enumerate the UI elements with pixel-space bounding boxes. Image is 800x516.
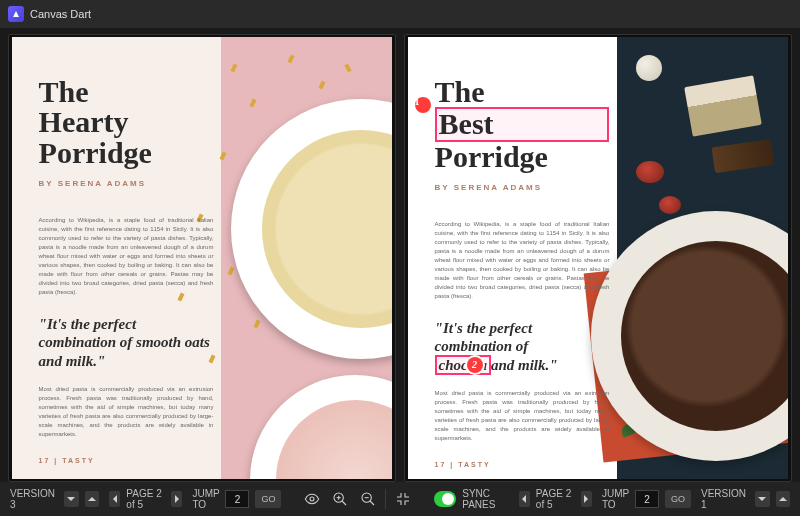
pull-quote: "It's the perfect combination of 2chocol… [435,319,610,375]
sync-panes: SYNC PANES [434,488,508,510]
title-line: Porridge [435,142,610,173]
eye-icon[interactable] [301,488,323,510]
version-label: VERSION 3 [10,488,58,510]
version-up-button[interactable] [776,491,790,507]
page-next-button[interactable] [171,491,182,507]
jump-page-input[interactable] [635,490,659,508]
jump-label: JUMP TO [192,488,219,510]
diff-highlight-1[interactable]: Best [435,107,610,142]
text-column: The Hearty Porridge BY SERENA ADAMS Acco… [39,77,214,464]
version-up-button[interactable] [85,491,99,507]
byline: BY SERENA ADAMS [435,183,610,192]
page-indicator: PAGE 2 of 5 [536,488,575,510]
svg-line-6 [370,501,374,505]
page-prev-button[interactable] [519,491,530,507]
page-title: The Hearty Porridge [39,77,214,169]
pullquote-part: "It's the perfect combination of [435,320,532,355]
title-line: The [435,77,610,108]
right-page-canvas: The 1 Best Porridge BY SERENA ADAMS Acco… [408,37,788,479]
collapse-icon[interactable] [392,488,414,510]
text-column: The 1 Best Porridge BY SERENA ADAMS Acco… [435,77,610,468]
app-title: Canvas Dart [30,8,91,20]
body-paragraph-2: Most dried pasta is commercially produce… [39,385,214,439]
page-next-button[interactable] [581,491,592,507]
toolbar-divider [385,489,386,509]
page-title: The 1 Best Porridge [435,77,610,173]
right-pane[interactable]: The 1 Best Porridge BY SERENA ADAMS Acco… [404,34,792,482]
version-label: VERSION 1 [701,488,749,510]
pull-quote: "It's the perfect combination of smooth … [39,315,214,371]
page-indicator: PAGE 2 of 5 [126,488,165,510]
right-page-selector: PAGE 2 of 5 [519,488,592,510]
jump-page-input[interactable] [225,490,249,508]
left-page-canvas: The Hearty Porridge BY SERENA ADAMS Acco… [12,37,392,479]
zoom-out-icon[interactable] [357,488,379,510]
left-pane[interactable]: The Hearty Porridge BY SERENA ADAMS Acco… [8,34,396,482]
left-version-selector: VERSION 3 [10,488,99,510]
title-line: Hearty [39,107,214,138]
page-prev-button[interactable] [109,491,120,507]
body-paragraph: According to Wikipedia, is a staple food… [435,220,610,301]
right-version-selector: VERSION 1 [701,488,790,510]
diff-badge-2[interactable]: 2 [467,357,483,373]
jump-label: JUMP TO [602,488,629,510]
footer-toolbar: VERSION 3 PAGE 2 of 5 JUMP TO GO SYNC PA… [0,482,800,516]
body-paragraph-2: Most dried pasta is commercially produce… [435,389,610,443]
jump-go-button[interactable]: GO [255,490,281,508]
app-icon [8,6,24,22]
version-down-button[interactable] [64,491,78,507]
svg-point-0 [310,497,314,501]
page-footer-text: 17 | TASTY [39,457,214,464]
title-line: The [39,77,214,108]
zoom-in-icon[interactable] [329,488,351,510]
body-paragraph: According to Wikipedia, is a staple food… [39,216,214,297]
title-line: Porridge [39,138,214,169]
diff-badge-1[interactable]: 1 [415,97,431,113]
pullquote-part: and milk." [491,357,558,373]
svg-line-2 [342,501,346,505]
version-down-button[interactable] [755,491,769,507]
left-jump: JUMP TO GO [192,488,281,510]
app-header: Canvas Dart [0,0,800,28]
compare-area: The Hearty Porridge BY SERENA ADAMS Acco… [0,28,800,482]
right-jump: JUMP TO GO [602,488,691,510]
page-footer-text: 17 | TASTY [435,461,610,468]
sync-panes-label: SYNC PANES [462,488,508,510]
sync-panes-toggle[interactable] [434,491,456,507]
byline: BY SERENA ADAMS [39,179,214,188]
jump-go-button[interactable]: GO [665,490,691,508]
left-page-selector: PAGE 2 of 5 [109,488,182,510]
center-tools [301,488,414,510]
